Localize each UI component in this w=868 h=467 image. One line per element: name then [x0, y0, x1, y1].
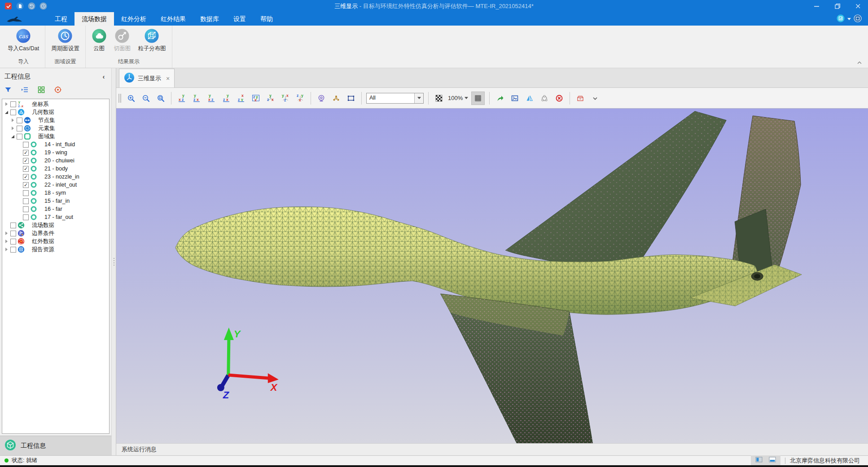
region-select-icon[interactable] [345, 92, 357, 104]
tree-checkbox[interactable] [17, 126, 22, 131]
tree-checkbox[interactable] [23, 142, 29, 148]
minimize-icon[interactable] [806, 0, 827, 12]
grid-view-icon[interactable] [37, 85, 46, 94]
tree-item-报告资源[interactable]: 报告资源 [2, 245, 109, 253]
tree-checkbox[interactable] [23, 198, 29, 204]
tree-item-18 - sym[interactable]: 18 - sym [2, 189, 109, 197]
tree-checkbox[interactable] [10, 223, 16, 228]
tree-checkbox[interactable] [17, 118, 22, 123]
expander-collapsed[interactable] [4, 240, 9, 243]
menu-item-红外分析[interactable]: 红外分析 [114, 12, 153, 26]
expander-collapsed[interactable] [4, 231, 9, 235]
tree-item-几何数据[interactable]: 几何数据 [2, 108, 109, 116]
tree-item-21 - body[interactable]: ✓21 - body [2, 165, 109, 173]
tree-item-边界条件[interactable]: 边界条件 [2, 229, 109, 237]
tree-item-流场数据[interactable]: 流场数据 [2, 221, 109, 229]
menu-item-流场数据[interactable]: 流场数据 [75, 12, 114, 26]
tree-checkbox[interactable]: ✓ [23, 166, 29, 172]
expander-expanded[interactable] [4, 111, 9, 114]
tree-checkbox[interactable] [10, 231, 16, 236]
camera-icon[interactable] [316, 92, 327, 104]
tab-close-icon[interactable]: × [166, 75, 170, 82]
close-icon[interactable] [847, 0, 868, 12]
display-filter-select[interactable]: All [366, 93, 424, 104]
export-icon[interactable] [494, 92, 506, 104]
mesh-toggle-icon[interactable] [471, 92, 485, 105]
tree-checkbox[interactable] [10, 109, 16, 115]
section-box-icon[interactable] [574, 92, 586, 104]
dropdown-arrow-icon[interactable] [414, 93, 423, 103]
tree-item-14 - int_fluid[interactable]: 14 - int_fluid [2, 140, 109, 148]
tree-checkbox[interactable] [17, 134, 22, 140]
tree-item-坐标系[interactable]: Yzx坐标系 [2, 100, 109, 108]
tree-item-面域集[interactable]: 面域集 [2, 132, 109, 140]
tree-checkbox[interactable] [10, 247, 16, 253]
expander-collapsed[interactable] [10, 118, 16, 122]
tree-item-元素集[interactable]: 元素集 [2, 124, 109, 132]
view-iso-3-icon[interactable]: zyx [294, 92, 306, 104]
toolbar-grip[interactable] [118, 94, 121, 103]
tree-item-15 - far_in[interactable]: 15 - far_in [2, 197, 109, 205]
menu-item-设置[interactable]: 设置 [226, 12, 253, 26]
tree-checkbox[interactable] [23, 214, 29, 220]
help-circle-icon[interactable] [854, 14, 862, 24]
menu-item-数据库[interactable]: 数据库 [193, 12, 226, 26]
ribbon-button-粒子分布图[interactable]: 粒子分布图 [135, 27, 169, 53]
caret-down-icon[interactable] [847, 18, 851, 20]
zoom-in-icon[interactable] [125, 92, 137, 104]
tree-checkbox[interactable] [23, 206, 29, 212]
viewport-3d[interactable]: Y X Z [116, 109, 868, 443]
undo-icon[interactable] [28, 2, 35, 10]
expander-collapsed[interactable] [10, 127, 16, 130]
view-top-icon[interactable]: zyx [235, 92, 247, 104]
tree-item-20 - chuiwei[interactable]: ✓20 - chuiwei [2, 157, 109, 165]
view-left-icon[interactable]: xzy [206, 92, 217, 104]
tree-item-17 - far_out[interactable]: 17 - far_out [2, 213, 109, 221]
new-file-icon[interactable] [16, 2, 24, 10]
outline-list-icon[interactable] [20, 85, 29, 94]
ribbon-collapse-button[interactable] [855, 59, 864, 66]
filter-icon[interactable] [4, 85, 13, 94]
dock-bottom-icon[interactable] [769, 456, 776, 465]
panel-footer[interactable]: 工程信息 [0, 436, 111, 455]
menu-item-帮助[interactable]: 帮助 [253, 12, 280, 26]
view-iso-2-icon[interactable]: yxz [280, 92, 291, 104]
expander-collapsed[interactable] [4, 102, 9, 106]
panel-collapse-button[interactable]: ‹ [100, 72, 108, 80]
ring-nodes-icon[interactable] [539, 92, 550, 104]
menu-item-红外结果[interactable]: 红外结果 [153, 12, 193, 26]
snapshot-icon[interactable] [509, 92, 521, 104]
clear-icon[interactable] [553, 92, 565, 104]
tree-checkbox[interactable] [10, 101, 16, 107]
view-front-icon[interactable]: xzy [176, 92, 188, 104]
ribbon-button-导入Cas/Dat[interactable]: cas导入Cas/Dat [4, 27, 42, 53]
view-back-icon[interactable]: zxy [191, 92, 202, 104]
ribbon-button-周期面设置[interactable]: 周期面设置 [48, 27, 83, 53]
dock-left-icon[interactable] [755, 456, 763, 465]
history-icon[interactable] [39, 2, 47, 10]
tree-item-23 - nozzle_in[interactable]: ✓23 - nozzle_in [2, 173, 109, 181]
theme-icon[interactable] [837, 14, 845, 24]
tree-item-节点集[interactable]: 节点集 [2, 116, 109, 124]
zoom-out-icon[interactable] [140, 92, 152, 104]
tree-checkbox[interactable]: ✓ [23, 150, 29, 156]
tree-checkbox[interactable]: ✓ [23, 182, 29, 188]
tree-item-16 - far[interactable]: 16 - far [2, 205, 109, 213]
view-right-icon[interactable]: zxy [220, 92, 232, 104]
expander-collapsed[interactable] [4, 248, 9, 251]
transparency-icon[interactable] [433, 92, 445, 104]
mirror-icon[interactable] [524, 92, 535, 104]
tree-item-红外数据[interactable]: 红外数据 [2, 237, 109, 245]
ribbon-button-云图[interactable]: 云图 [88, 27, 110, 53]
expander-expanded[interactable] [10, 135, 16, 138]
zoom-level-control[interactable]: 100% [448, 95, 468, 101]
view-bottom-icon[interactable]: zyx [250, 92, 262, 104]
particle-trace-icon[interactable] [330, 92, 342, 104]
panel-splitter[interactable] [111, 68, 116, 455]
locate-icon[interactable] [53, 85, 62, 94]
tree-checkbox[interactable]: ✓ [23, 174, 29, 180]
tree-checkbox[interactable] [10, 239, 16, 244]
tree-item-22 - inlet_out[interactable]: ✓22 - inlet_out [2, 181, 109, 189]
view-iso-1-icon[interactable]: zxy [265, 92, 276, 104]
menu-item-工程[interactable]: 工程 [48, 12, 75, 26]
